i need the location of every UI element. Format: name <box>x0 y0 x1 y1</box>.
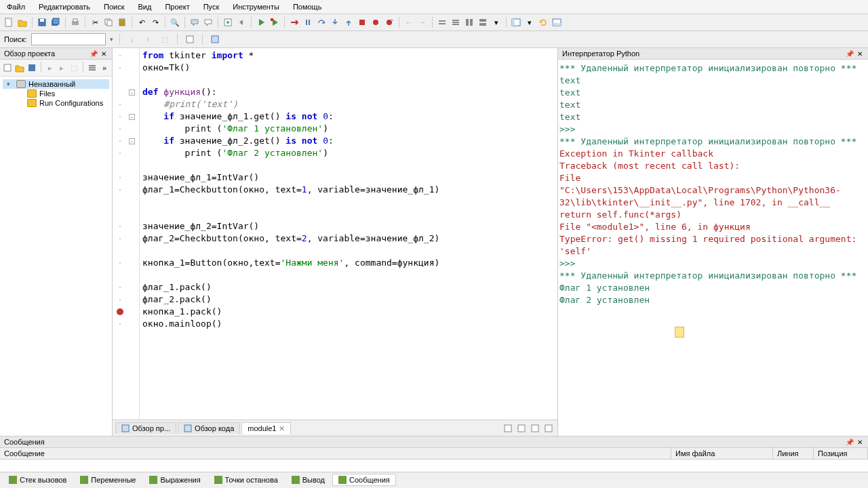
messages-col-position[interactable]: Позиция <box>814 448 868 459</box>
step-over-icon[interactable] <box>315 16 328 28</box>
nav-back-icon[interactable] <box>502 422 514 434</box>
code-line[interactable]: флаг_2=Checkbutton(окно, text=2, variabl… <box>142 232 555 245</box>
nav-max-icon[interactable] <box>529 422 541 434</box>
code-line[interactable]: кнопка_1=Button(окно,text='Нажми меня', … <box>142 257 555 269</box>
comment-icon[interactable] <box>189 16 201 28</box>
view-tab[interactable]: Обзор кода <box>178 422 240 434</box>
refresh-icon[interactable] <box>537 16 549 28</box>
open-icon[interactable] <box>16 16 28 28</box>
clear-breakpoints-icon[interactable] <box>383 16 395 28</box>
tree-action-2-icon[interactable]: ▸ <box>57 62 68 74</box>
gutter-line[interactable]: · <box>113 257 139 269</box>
menu-item[interactable]: Инструменты <box>229 1 283 12</box>
fold-icon[interactable]: - <box>129 89 135 96</box>
gutter-line[interactable]: - <box>113 86 139 98</box>
bottom-tab[interactable]: Сообщения <box>332 474 396 486</box>
gutter-line[interactable]: · <box>113 171 139 184</box>
menu-item[interactable]: Пуск <box>199 1 224 12</box>
close-icon[interactable]: ✕ <box>279 424 285 433</box>
code-line[interactable] <box>142 159 555 171</box>
tree-expand-icon[interactable]: » <box>99 62 110 74</box>
bottom-tab[interactable]: Выражения <box>143 474 206 486</box>
tree-action-4-icon[interactable] <box>87 62 98 74</box>
messages-col-message[interactable]: Сообщение <box>0 448 671 459</box>
print-icon[interactable] <box>69 16 81 28</box>
save-project-icon[interactable] <box>26 62 37 74</box>
breakpoint-icon[interactable] <box>117 308 123 315</box>
code-line[interactable]: if значение_фл_1.get() is not 0: <box>142 110 555 123</box>
gutter-line[interactable] <box>113 196 139 208</box>
open-project-icon[interactable] <box>14 62 25 74</box>
stop-icon[interactable] <box>356 16 368 28</box>
toggle-3-icon[interactable] <box>463 16 475 28</box>
toggle-4-icon[interactable] <box>477 16 489 28</box>
search-close-icon[interactable] <box>209 33 221 45</box>
search-input[interactable] <box>31 33 106 45</box>
gutter[interactable]: ··-··-··-········· <box>113 48 140 420</box>
menu-item[interactable]: Поиск <box>100 1 128 12</box>
gutter-line[interactable] <box>113 208 139 220</box>
gutter-line[interactable]: · <box>113 62 139 74</box>
search-options-icon[interactable] <box>184 33 196 45</box>
menu-item[interactable]: Файл <box>3 1 29 12</box>
layout-1-icon[interactable] <box>510 16 522 28</box>
menu-item[interactable]: Вид <box>134 1 156 12</box>
debug-icon[interactable] <box>269 16 281 28</box>
panel-pin-icon[interactable]: 📌 <box>846 49 854 58</box>
panel-pin-icon[interactable]: 📌 <box>90 49 98 58</box>
messages-col-filename[interactable]: Имя файла <box>671 448 773 459</box>
abort-icon[interactable] <box>288 16 300 28</box>
new-file-icon[interactable] <box>3 16 15 28</box>
code-line[interactable]: #print('text') <box>142 98 555 110</box>
find-icon[interactable]: 🔍 <box>169 16 181 28</box>
search-dropdown-icon[interactable]: ▾ <box>110 36 113 43</box>
gutter-line[interactable] <box>113 269 139 281</box>
uncomment-icon[interactable] <box>202 16 214 28</box>
code-line[interactable]: from tkinter import * <box>142 49 555 62</box>
gutter-line[interactable]: · <box>113 318 139 330</box>
new-project-icon[interactable] <box>2 62 13 74</box>
gutter-line[interactable]: · <box>113 184 139 196</box>
code-line[interactable]: окно=Tk() <box>142 62 555 74</box>
gutter-line[interactable] <box>113 306 139 318</box>
gutter-line[interactable]: · <box>113 147 139 159</box>
gutter-line[interactable] <box>113 245 139 257</box>
undo-icon[interactable]: ↶ <box>136 16 148 28</box>
gutter-line[interactable]: ·- <box>113 135 139 147</box>
code-line[interactable]: print ('Флаг 2 установлен') <box>142 147 555 159</box>
nav-list-icon[interactable] <box>515 422 528 434</box>
code-line[interactable]: значение_фл_2=IntVar() <box>142 220 555 232</box>
gutter-line[interactable] <box>113 159 139 171</box>
menu-item[interactable]: Редактировать <box>35 1 94 12</box>
forward-icon[interactable]: → <box>416 16 429 28</box>
search-prev-icon[interactable]: ↑ <box>142 33 155 45</box>
panel-close-icon[interactable]: ✕ <box>100 49 108 58</box>
prev-icon[interactable] <box>235 16 248 28</box>
tree-item[interactable]: Run Configurations <box>3 98 109 108</box>
back-icon[interactable]: ← <box>403 16 415 28</box>
code-content[interactable]: from tkinter import *окно=Tk()def функци… <box>140 48 557 420</box>
save-icon[interactable] <box>36 16 48 28</box>
code-line[interactable]: флаг_2.pack() <box>142 293 555 306</box>
bottom-tab[interactable]: Стек вызовов <box>3 474 73 486</box>
panel-close-icon[interactable]: ✕ <box>856 49 864 58</box>
nav-restore-icon[interactable] <box>542 422 555 434</box>
code-line[interactable]: флаг_1.pack() <box>142 281 555 293</box>
layout-2-icon[interactable] <box>551 16 563 28</box>
code-line[interactable]: окно.mainloop() <box>142 318 555 330</box>
code-line[interactable] <box>142 74 555 86</box>
fold-icon[interactable]: - <box>129 114 135 120</box>
messages-body[interactable] <box>0 460 868 472</box>
toggle-1-icon[interactable] <box>436 16 448 28</box>
code-line[interactable]: if значение_фл_2.get() is not 0: <box>142 135 555 147</box>
code-line[interactable] <box>142 196 555 208</box>
code-line[interactable]: значение_фл_1=IntVar() <box>142 171 555 184</box>
gutter-line[interactable]: · <box>113 98 139 110</box>
bottom-tab[interactable]: Переменные <box>74 474 142 486</box>
view-tab[interactable]: Обзор пр... <box>115 422 176 434</box>
code-line[interactable]: кнопка_1.pack() <box>142 306 555 318</box>
gutter-line[interactable] <box>113 74 139 86</box>
code-line[interactable]: print ('Флаг 1 установлен') <box>142 123 555 135</box>
gutter-line[interactable]: · <box>113 220 139 232</box>
project-tree[interactable]: ▾НеназванныйFilesRun Configurations <box>0 77 112 436</box>
